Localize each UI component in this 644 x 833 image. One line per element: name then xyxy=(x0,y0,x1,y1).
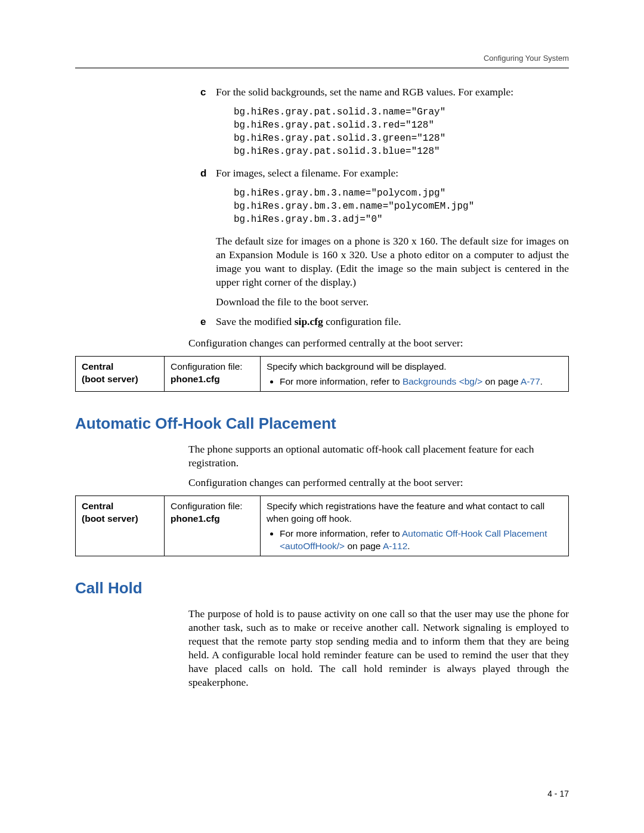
text: phone1.cfg xyxy=(171,513,220,524)
text: . xyxy=(407,541,410,551)
step-d: d For images, select a filename. For exa… xyxy=(200,166,569,181)
text: Specify which registrations have the fea… xyxy=(267,501,544,524)
paragraph: Configuration changes can performed cent… xyxy=(188,476,569,490)
step-letter: c xyxy=(200,85,216,100)
text: on page xyxy=(345,541,383,551)
config-table-1: Central (boot server) Configuration file… xyxy=(75,356,569,392)
text: . xyxy=(540,376,543,386)
link-page[interactable]: A-112 xyxy=(383,541,407,551)
table-cell-config: Configuration file: phone1.cfg xyxy=(165,496,261,556)
list-item: For more information, refer to Automatic… xyxy=(280,527,562,552)
paragraph: The phone supports an optional automatic… xyxy=(188,442,569,470)
list-item: For more information, refer to Backgroun… xyxy=(280,375,562,388)
section-heading-call-hold: Call Hold xyxy=(75,579,569,597)
step-text: Save the modified sip.cfg configuration … xyxy=(216,315,569,329)
table-cell-desc: Specify which background will be display… xyxy=(261,357,569,392)
text: Configuration file: xyxy=(171,361,243,371)
paragraph: The purpose of hold is to pause activity… xyxy=(188,607,569,689)
text: Save the modified xyxy=(216,315,295,327)
body-block: The phone supports an optional automatic… xyxy=(188,442,569,490)
body-block: The purpose of hold is to pause activity… xyxy=(188,607,569,689)
table-cell-desc: Specify which registrations have the fea… xyxy=(261,496,569,556)
step-e: e Save the modified sip.cfg configuratio… xyxy=(200,315,569,329)
link-page[interactable]: A-77 xyxy=(521,376,540,386)
bullet-list: For more information, refer to Automatic… xyxy=(267,527,562,552)
page-number: 4 - 17 xyxy=(547,789,569,798)
text: on page xyxy=(482,376,521,386)
step-c: c For the solid backgrounds, set the nam… xyxy=(200,85,569,100)
table-row: Central (boot server) Configuration file… xyxy=(76,357,569,392)
text: (boot server) xyxy=(82,374,138,384)
steps-block: c For the solid backgrounds, set the nam… xyxy=(200,85,569,329)
header-rule xyxy=(75,67,569,69)
step-text: For images, select a filename. For examp… xyxy=(216,166,569,181)
code-block-c: bg.hiRes.gray.pat.solid.3.name="Gray" bg… xyxy=(234,106,569,158)
table-cell-label: Central (boot server) xyxy=(76,357,165,392)
step-letter: d xyxy=(200,166,216,181)
running-header: Configuring Your System xyxy=(75,54,569,63)
bold-text: sip.cfg xyxy=(295,315,323,327)
text: configuration file. xyxy=(323,315,401,327)
code-block-d: bg.hiRes.gray.bm.3.name="polycom.jpg" bg… xyxy=(234,187,569,226)
paragraph: The default size for images on a phone i… xyxy=(216,234,569,289)
text: phone1.cfg xyxy=(171,374,220,384)
table-row: Central (boot server) Configuration file… xyxy=(76,496,569,556)
config-table-2: Central (boot server) Configuration file… xyxy=(75,496,569,556)
section-heading-auto-offhook: Automatic Off-Hook Call Placement xyxy=(75,414,569,433)
paragraph: Download the file to the boot server. xyxy=(216,295,569,309)
text: Specify which background will be display… xyxy=(267,361,447,371)
body-block: Configuration changes can performed cent… xyxy=(188,336,569,350)
text: (boot server) xyxy=(82,513,138,524)
text: Configuration file: xyxy=(171,501,243,511)
table-cell-label: Central (boot server) xyxy=(76,496,165,556)
step-text: For the solid backgrounds, set the name … xyxy=(216,85,569,100)
bullet-list: For more information, refer to Backgroun… xyxy=(267,375,562,388)
text: For more information, refer to xyxy=(280,376,402,386)
text: Central xyxy=(82,501,113,511)
link-text[interactable]: Backgrounds <bg/> xyxy=(402,376,482,386)
step-letter: e xyxy=(200,315,216,329)
paragraph: Configuration changes can performed cent… xyxy=(188,336,569,350)
page: Configuring Your System c For the solid … xyxy=(0,0,644,833)
text: For more information, refer to xyxy=(280,528,402,538)
text: Central xyxy=(82,361,113,371)
table-cell-config: Configuration file: phone1.cfg xyxy=(165,357,261,392)
